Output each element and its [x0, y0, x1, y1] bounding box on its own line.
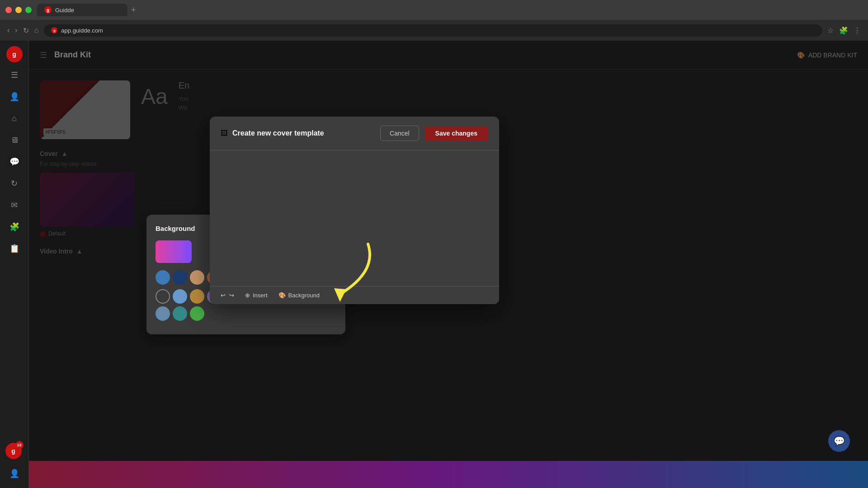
dialog-title-row: 🖼 Create new cover template — [221, 129, 324, 137]
panel-title: Background — [156, 225, 195, 232]
undo-redo-group: ↩ ↪ — [221, 292, 234, 299]
dialog-image-icon: 🖼 — [221, 129, 228, 137]
back-button[interactable]: ‹ — [7, 26, 9, 34]
sidebar-item-clipboard[interactable]: 📋 — [5, 239, 24, 258]
avatar-initial: g — [12, 51, 16, 58]
traffic-light-green[interactable] — [25, 7, 32, 13]
traffic-lights — [5, 7, 32, 13]
forward-button[interactable]: › — [15, 26, 17, 34]
color-swatch-steel[interactable] — [156, 306, 170, 321]
new-tab-button[interactable]: + — [131, 5, 136, 15]
sidebar-item-profile[interactable]: 👤 — [5, 465, 24, 483]
color-swatch-gold[interactable] — [190, 289, 204, 304]
refresh-button[interactable]: ↻ — [23, 26, 29, 35]
cancel-button[interactable]: Cancel — [380, 126, 419, 141]
sidebar-item-menu[interactable]: ☰ — [5, 66, 24, 84]
sidebar-item-user[interactable]: 👤 — [5, 88, 24, 106]
sidebar-avatar[interactable]: g — [6, 46, 23, 62]
gradient-preview[interactable] — [156, 240, 192, 263]
insert-button[interactable]: ⊕ Insert — [245, 292, 268, 299]
browser-chrome: g Guidde + ‹ › ↻ ⌂ g app.guidde.com ☆ 🧩 … — [0, 0, 868, 41]
notification-badge: 10 — [15, 441, 24, 449]
app: g ☰ 👤 ⌂ 🖥 💬 ↻ ✉ 🧩 📋 g 10 👤 ☰ Brand Kit — [0, 41, 868, 488]
bookmark-icon[interactable]: ☆ — [827, 26, 834, 35]
redo-button[interactable]: ↪ — [229, 292, 234, 299]
title-bar: g Guidde + — [0, 0, 868, 20]
home-button[interactable]: ⌂ — [34, 26, 39, 34]
main-content: ☰ Brand Kit 🎨 ADD BRAND KIT #F5F5F5 Aa E… — [29, 41, 868, 488]
chat-widget-button[interactable]: 💬 — [828, 430, 850, 452]
insert-icon: ⊕ — [245, 292, 250, 299]
color-swatch-blue1[interactable] — [156, 270, 170, 285]
color-swatch-periwinkle[interactable] — [173, 289, 187, 304]
sidebar-item-message[interactable]: ✉ — [5, 196, 24, 214]
dialog-header: 🖼 Create new cover template Cancel Save … — [210, 117, 499, 150]
background-button[interactable]: 🎨 Background — [278, 292, 320, 299]
color-swatch-green[interactable] — [190, 306, 204, 321]
undo-button[interactable]: ↩ — [221, 292, 226, 299]
sidebar-item-home[interactable]: ⌂ — [5, 109, 24, 127]
address-actions: ☆ 🧩 ⋮ — [827, 26, 861, 35]
dialog-body — [210, 150, 499, 286]
menu-icon[interactable]: ⋮ — [854, 26, 861, 35]
tab-title: Guidde — [55, 7, 74, 14]
color-swatch-navy[interactable] — [173, 270, 187, 285]
sidebar-bottom: g 10 👤 — [5, 439, 24, 483]
traffic-light-red[interactable] — [5, 7, 12, 13]
save-changes-button[interactable]: Save changes — [425, 126, 488, 141]
sidebar: g ☰ 👤 ⌂ 🖥 💬 ↻ ✉ 🧩 📋 g 10 👤 — [0, 41, 29, 488]
sidebar-bottom-avatar[interactable]: g 10 — [5, 443, 22, 459]
color-swatch-outline[interactable] — [156, 289, 170, 304]
url-box[interactable]: g app.guidde.com — [44, 24, 822, 37]
url-favicon: g — [51, 27, 57, 33]
dialog-actions: Cancel Save changes — [380, 126, 488, 141]
color-swatch-teal[interactable] — [173, 306, 187, 321]
sidebar-item-puzzle[interactable]: 🧩 — [5, 218, 24, 236]
address-bar: ‹ › ↻ ⌂ g app.guidde.com ☆ 🧩 ⋮ — [0, 20, 868, 41]
bottom-avatar-initial: g — [11, 447, 15, 455]
dialog-title: Create new cover template — [232, 129, 324, 137]
sidebar-item-screen[interactable]: 🖥 — [5, 131, 24, 149]
tab-favicon: g — [44, 6, 52, 14]
traffic-light-yellow[interactable] — [15, 7, 22, 13]
background-icon: 🎨 — [278, 292, 286, 299]
background-label: Background — [288, 292, 320, 299]
create-template-dialog: 🖼 Create new cover template Cancel Save … — [210, 117, 499, 304]
dialog-footer: ↩ ↪ ⊕ Insert 🎨 Background — [210, 286, 499, 304]
sidebar-item-chat[interactable]: 💬 — [5, 153, 24, 171]
color-swatch-tan[interactable] — [190, 270, 204, 285]
browser-tab[interactable]: g Guidde — [37, 4, 127, 16]
extensions-icon[interactable]: 🧩 — [839, 26, 848, 35]
url-text: app.guidde.com — [61, 27, 103, 34]
insert-label: Insert — [253, 292, 268, 299]
sidebar-item-refresh[interactable]: ↻ — [5, 174, 24, 192]
